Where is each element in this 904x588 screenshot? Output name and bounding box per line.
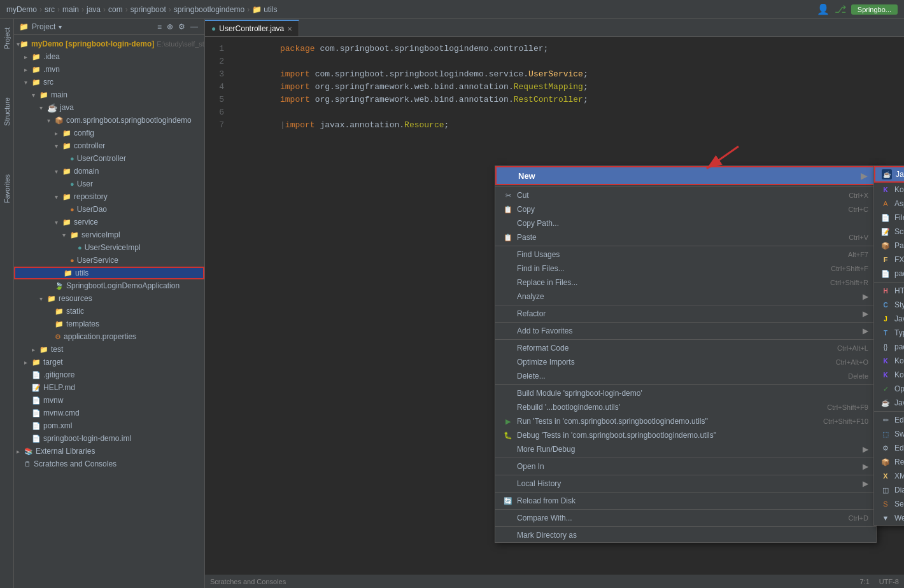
tree-item-package[interactable]: ▾ 📦 com.springboot.springbootlogindemo [14,114,204,127]
tree-item-target[interactable]: ▸ 📁 target [14,356,204,368]
tree-item-userservice[interactable]: ● UserService [14,254,204,267]
context-menu-item-comparewith[interactable]: Compare With... Ctrl+D [495,511,876,525]
tree-item-resources[interactable]: ▾ 📁 resources [14,292,204,305]
submenu-item-kotlinworksheet[interactable]: K Kotlin Worksheet [874,368,904,382]
tree-item-usercontroller[interactable]: ● UserController [14,152,204,165]
context-menu-item-morerun[interactable]: More Run/Debug ▶ [495,442,876,456]
tree-item-domain[interactable]: ▾ 📁 domain [14,165,204,178]
tree-item-main[interactable]: ▾ 📁 main [14,88,204,101]
submenu-item-xmlconfig[interactable]: X XML Configuration File ▶ [874,469,904,483]
tree-item-static[interactable]: 📁 static [14,305,204,318]
breadcrumb-utils[interactable]: utils [264,5,277,14]
submenu-item-jsfile[interactable]: J JavaScript File [874,312,904,326]
tree-item-pomxml[interactable]: 📄 pom.xml [14,419,204,432]
vcs-icon[interactable]: ⎇ [835,3,846,15]
context-menu-left[interactable]: New ▶ ✂ Cut Ctrl+X 📋 Copy Ctrl+C Copy Pa… [495,165,877,543]
submenu-item-javafxapp[interactable]: ☕ JavaFXApplication [874,396,904,410]
tree-item-springbootapp[interactable]: 🍃 SpringbootLoginDemoApplication [14,279,204,292]
tree-item-service[interactable]: ▾ 📁 service [14,216,204,228]
tree-item-mydemo[interactable]: ▾ 📁 myDemo [springboot-login-demo] E:\st… [14,38,204,50]
expand-button[interactable]: ⊕ [166,22,174,31]
submenu-item-resourcebundle[interactable]: 📦 Resource Bundle [874,455,904,469]
user-icon[interactable]: 👤 [817,3,830,15]
breadcrumb-mydemo[interactable]: myDemo [6,5,37,14]
context-menu-item-debugtests[interactable]: 🐛 Debug 'Tests in 'com.springboot.spring… [495,428,876,442]
context-menu-item-openin[interactable]: Open In ▶ [495,459,876,473]
tree-item-extlibs[interactable]: ▸ 📚 External Libraries [14,445,204,458]
submenu-item-tsfile[interactable]: T TypeScript File [874,326,904,340]
panel-dropdown-icon[interactable]: ▾ [59,24,62,31]
context-menu-item-localhistory[interactable]: Local History ▶ [495,477,876,491]
submenu-item-swinguidesigner[interactable]: ⬚ Swing UI Designer ▶ [874,427,904,441]
tree-item-userserviceimpl[interactable]: ● UserServiceImpl [14,241,204,254]
submenu-item-aspect[interactable]: A Aspect [874,197,904,211]
breadcrumb-springboot[interactable]: springboot [131,5,166,14]
editor-tab-usercontroller[interactable]: ● UserController.java ✕ [205,20,299,36]
submenu-item-editorconfig[interactable]: ⚙ EditorConfig File [874,441,904,455]
context-menu-right[interactable]: ☕ Java Class K Kotlin Class/File A Aspec… [873,165,904,526]
submenu-item-packageinfo[interactable]: 📄 package-info.java [874,267,904,281]
settings-button[interactable]: ⚙ [177,22,187,31]
tree-item-utils[interactable]: 📁 utils [14,267,204,279]
project-side-tab[interactable]: Project [1,22,13,54]
structure-side-tab[interactable]: Structure [1,92,13,131]
tree-item-java[interactable]: ▾ ☕ java [14,101,204,114]
submenu-item-webfilter[interactable]: ▼ Web Filter [874,511,904,525]
submenu-item-kotlinscript[interactable]: K Kotlin Script [874,354,904,368]
context-menu-item-reload[interactable]: 🔄 Reload from Disk [495,494,876,508]
submenu-item-openapi[interactable]: ✓ OpenAPI Specification [874,382,904,396]
context-menu-item-delete[interactable]: Delete... Delete [495,369,876,383]
submenu-item-file[interactable]: 📄 File [874,211,904,225]
tree-item-userdao[interactable]: ● UserDao [14,203,204,216]
breadcrumb-java[interactable]: java [87,5,101,14]
tree-item-config[interactable]: ▸ 📁 config [14,127,204,139]
breadcrumb-src[interactable]: src [45,5,55,14]
minimize-button[interactable]: — [189,22,199,31]
context-menu-item-new[interactable]: New ▶ [495,166,876,185]
context-menu-item-optimizeimports[interactable]: Optimize Imports Ctrl+Alt+O [495,355,876,369]
tree-item-test[interactable]: ▸ 📁 test [14,343,204,356]
context-menu-item-copy[interactable]: 📋 Copy Ctrl+C [495,202,876,216]
breadcrumb-main[interactable]: main [62,5,79,14]
context-menu-item-paste[interactable]: 📋 Paste Ctrl+V [495,230,876,244]
tree-item-controller[interactable]: ▾ 📁 controller [14,139,204,152]
tree-item-idea[interactable]: ▸ 📁 .idea [14,50,204,63]
submenu-item-htmlfile[interactable]: H HTML File [874,284,904,298]
context-menu-item-reformatcode[interactable]: Reformat Code Ctrl+Alt+L [495,341,876,355]
collapse-all-button[interactable]: ≡ [156,22,163,31]
tree-item-templates[interactable]: 📁 templates [14,318,204,330]
tree-item-mvn[interactable]: ▸ 📁 .mvn [14,63,204,76]
tree-item-serviceimpl[interactable]: ▾ 📁 serviceImpl [14,228,204,241]
submenu-item-package[interactable]: 📦 Package [874,239,904,253]
context-menu-item-findusages[interactable]: Find Usages Alt+F7 [495,248,876,262]
context-menu-item-buildmodule[interactable]: Build Module 'springboot-login-demo' [495,386,876,400]
context-menu-item-findinfiles[interactable]: Find in Files... Ctrl+Shift+F [495,262,876,276]
tree-item-user[interactable]: ● User [14,178,204,190]
submenu-item-diagram[interactable]: ◫ Diagram ▶ [874,483,904,497]
tree-item-mvnw[interactable]: 📄 mvnw [14,394,204,407]
submenu-item-editfiletemplates[interactable]: ✏ Edit File Templates... [874,413,904,427]
tree-item-repository[interactable]: ▾ 📁 repository [14,190,204,203]
submenu-item-servlet[interactable]: S Servlet [874,497,904,511]
context-menu-item-cut[interactable]: ✂ Cut Ctrl+X [495,188,876,202]
submenu-item-kotlinclass[interactable]: K Kotlin Class/File [874,183,904,197]
submenu-item-packagejson[interactable]: {} package.json File [874,340,904,354]
context-menu-item-refactor[interactable]: Refactor ▶ [495,307,876,321]
tree-item-mvnwcmd[interactable]: 📄 mvnw.cmd [14,407,204,419]
run-button[interactable]: Springbo... [851,4,898,15]
submenu-item-scratchfile[interactable]: 📝 Scratch File Ctrl+Alt+Shift+Insert [874,225,904,239]
submenu-item-fxmlfile[interactable]: F FXML File [874,253,904,267]
context-menu-item-addtofavorites[interactable]: Add to Favorites ▶ [495,324,876,338]
context-menu-item-copypath[interactable]: Copy Path... [495,216,876,230]
tree-item-gitignore[interactable]: 📄 .gitignore [14,368,204,381]
tree-item-appprops[interactable]: ⚙ application.properties [14,330,204,343]
submenu-item-stylesheet[interactable]: C Stylesheet [874,298,904,312]
tab-close-button[interactable]: ✕ [287,25,292,32]
tree-item-springiml[interactable]: 📄 springboot-login-demo.iml [14,432,204,445]
context-menu-item-markdirectory[interactable]: Mark Directory as [495,528,876,542]
tree-item-scratches[interactable]: 🗒 Scratches and Consoles [14,458,204,470]
breadcrumb-com[interactable]: com [108,5,123,14]
context-menu-item-runtests[interactable]: ▶ Run 'Tests in 'com.springboot.springbo… [495,414,876,428]
tree-item-src[interactable]: ▾ 📁 src [14,76,204,88]
favorites-side-tab[interactable]: Favorites [1,169,13,208]
